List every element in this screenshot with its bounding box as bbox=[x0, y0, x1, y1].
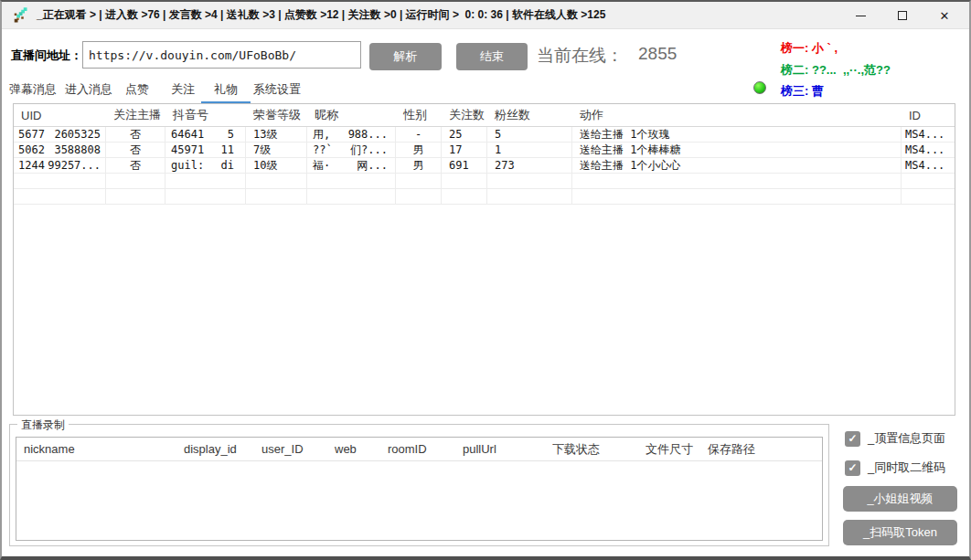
minimize-button[interactable] bbox=[839, 2, 881, 29]
maximize-button[interactable] bbox=[881, 2, 923, 29]
title-bar: _正在观看 > | 进入数 >76 | 发言数 >4 | 送礼数 >3 | 点赞… bbox=[2, 2, 969, 29]
record-table: nickname display_id user_ID web roomID p… bbox=[16, 437, 823, 541]
cell-uid: 1244 bbox=[18, 159, 45, 172]
cell-douyin-2: 11 bbox=[221, 143, 234, 156]
parse-button[interactable]: 解析 bbox=[369, 43, 442, 70]
online-value: 2855 bbox=[638, 44, 677, 68]
minimize-icon bbox=[856, 16, 866, 16]
cell-uid-2: 99257... bbox=[48, 159, 101, 172]
checkbox-row-qrcode[interactable]: _同时取二维码 bbox=[845, 460, 945, 476]
tab-danmu-messages[interactable]: 弹幕消息 bbox=[9, 81, 57, 104]
col-follow-count: 关注数 bbox=[442, 107, 487, 123]
cell-nick: 用, bbox=[313, 127, 330, 142]
rank-3-label: 榜三: 曹 bbox=[781, 83, 824, 100]
live-record-title: 直播录制 bbox=[17, 417, 69, 433]
cell-follow: 否 bbox=[106, 158, 165, 173]
stream-address-input[interactable]: https://v.douyin.com/UFoBoBb/ bbox=[82, 41, 361, 69]
tab-bar: 弹幕消息 进入消息 点赞 关注 礼物 系统设置 bbox=[9, 80, 301, 104]
window-controls: ✕ bbox=[839, 2, 966, 29]
tab-follows[interactable]: 关注 bbox=[171, 81, 195, 104]
cell-uid-2: 3588808 bbox=[54, 143, 101, 156]
tab-likes[interactable]: 点赞 bbox=[125, 81, 149, 104]
table-row[interactable]: 50623588808 否 4597111 7级 ??`们?... 男 17 1… bbox=[14, 143, 955, 158]
window-title: _正在观看 > | 进入数 >76 | 发言数 >4 | 送礼数 >3 | 点赞… bbox=[37, 7, 605, 23]
col-user-id: user_ID bbox=[254, 442, 327, 456]
tab-gifts[interactable]: 礼物 bbox=[201, 81, 251, 104]
cell-gender: 男 bbox=[396, 158, 442, 173]
cell-douyin: 45971 bbox=[171, 143, 204, 156]
stream-address-label: 直播间地址： bbox=[11, 48, 82, 64]
cell-uid: 5677 bbox=[18, 128, 45, 141]
checkbox-qrcode-label: _同时取二维码 bbox=[868, 460, 945, 476]
col-save-path: 保存路径 bbox=[700, 441, 755, 458]
checkbox-top-info-label: _顶置信息页面 bbox=[868, 430, 945, 447]
cell-follow-count: 17 bbox=[442, 143, 487, 157]
cell-action: 送给主播 1个棒棒糖 bbox=[572, 143, 902, 157]
col-display-id: display_id bbox=[176, 442, 254, 456]
cell-nick-2: 网... bbox=[357, 158, 388, 173]
cell-douyin: guil: bbox=[171, 159, 204, 172]
diamond-sword-icon bbox=[11, 6, 29, 25]
online-counter: 当前在线： 2855 bbox=[537, 44, 677, 68]
table-row[interactable]: 124499257... 否 guil:di 10级 福·网... 男 691 … bbox=[14, 158, 955, 174]
gift-table: UID 关注主播 抖音号 荣誉等级 昵称 性别 关注数 粉丝数 动作 ID 56… bbox=[13, 103, 955, 416]
col-follow-anchor: 关注主播 bbox=[106, 107, 165, 123]
col-douyin-id: 抖音号 bbox=[165, 107, 246, 123]
rank-1-label: 榜一: 小 ` , bbox=[781, 40, 838, 57]
cell-nick: ??` bbox=[313, 143, 333, 156]
col-uid: UID bbox=[14, 109, 106, 122]
cell-fan-count: 273 bbox=[487, 158, 572, 173]
cell-douyin-2: di bbox=[221, 159, 234, 172]
cell-nick-2: 们?... bbox=[350, 143, 388, 157]
cell-follow: 否 bbox=[106, 127, 165, 142]
cell-douyin: 64641 bbox=[171, 128, 204, 141]
cell-id: MS4... bbox=[902, 127, 955, 142]
stop-button[interactable]: 结束 bbox=[456, 43, 528, 70]
col-fan-count: 粉丝数 bbox=[487, 107, 572, 123]
tab-enter-messages[interactable]: 进入消息 bbox=[65, 81, 112, 104]
cell-follow: 否 bbox=[106, 143, 165, 157]
cell-follow-count: 691 bbox=[442, 158, 487, 173]
cell-gender: - bbox=[396, 127, 442, 142]
app-window: _正在观看 > | 进入数 >76 | 发言数 >4 | 送礼数 >3 | 点赞… bbox=[0, 0, 971, 560]
checkbox-row-top-info[interactable]: _顶置信息页面 bbox=[845, 430, 945, 447]
cell-action: 送给主播 1个玫瑰 bbox=[572, 127, 902, 142]
col-gender: 性别 bbox=[396, 107, 442, 123]
cell-uid-2: 2605325 bbox=[54, 128, 101, 141]
col-file-size: 文件尺寸 bbox=[638, 441, 700, 458]
col-download-status: 下载状态 bbox=[545, 441, 638, 458]
checkbox-checked-icon[interactable] bbox=[845, 460, 860, 476]
online-label: 当前在线： bbox=[537, 44, 624, 68]
record-table-header: nickname display_id user_ID web roomID p… bbox=[16, 438, 822, 461]
col-pull-url: pullUrl bbox=[455, 442, 545, 456]
live-record-groupbox: 直播录制 nickname display_id user_ID web roo… bbox=[9, 424, 829, 546]
cell-fan-count: 1 bbox=[487, 143, 572, 157]
tab-system-settings[interactable]: 系统设置 bbox=[253, 81, 301, 104]
cell-fan-count: 5 bbox=[487, 127, 572, 142]
cell-id: MS4... bbox=[902, 143, 955, 157]
maximize-icon bbox=[898, 11, 907, 20]
cell-level: 7级 bbox=[246, 143, 307, 157]
cell-follow-count: 25 bbox=[442, 127, 487, 142]
close-button[interactable]: ✕ bbox=[923, 2, 966, 29]
close-icon: ✕ bbox=[940, 10, 950, 22]
cell-id: MS4... bbox=[902, 158, 955, 173]
cell-level: 13级 bbox=[246, 127, 307, 142]
empty-table-row bbox=[14, 174, 955, 189]
cell-level: 10级 bbox=[246, 158, 307, 173]
col-honor-level: 荣誉等级 bbox=[246, 107, 307, 123]
table-row[interactable]: 56772605325 否 646415 13级 用,988... - 25 5… bbox=[14, 127, 955, 143]
cell-douyin-2: 5 bbox=[228, 128, 234, 141]
cell-nick-2: 988... bbox=[348, 128, 388, 141]
col-id: ID bbox=[902, 109, 955, 122]
checkbox-checked-icon[interactable] bbox=[845, 431, 860, 447]
scan-token-button[interactable]: _扫码取Token bbox=[843, 520, 957, 545]
cell-nick: 福· bbox=[313, 158, 330, 173]
girl-video-button[interactable]: _小姐姐视频 bbox=[843, 486, 957, 512]
cell-action: 送给主播 1个小心心 bbox=[572, 158, 902, 173]
status-ball-icon bbox=[753, 81, 766, 94]
col-room-id: roomID bbox=[380, 442, 455, 456]
col-action: 动作 bbox=[572, 107, 902, 123]
col-nickname: 昵称 bbox=[307, 107, 396, 123]
rank-2-label: 榜二: ??... ,,··.,范?? bbox=[781, 62, 891, 79]
